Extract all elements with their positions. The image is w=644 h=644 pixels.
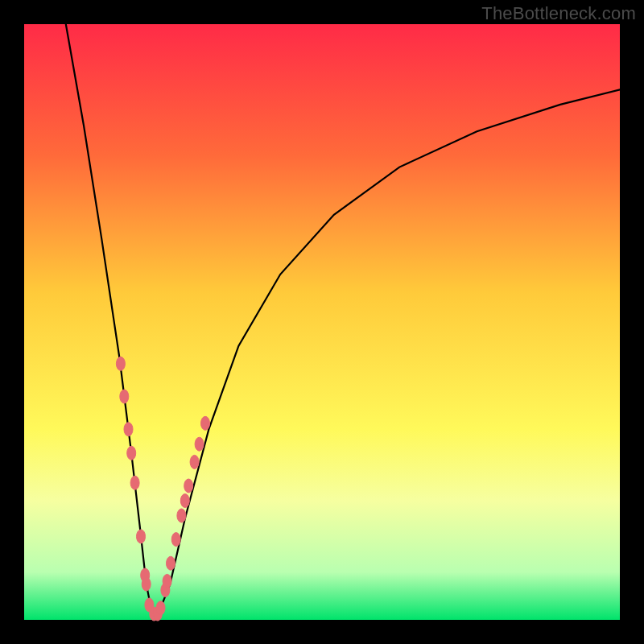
plot-area — [24, 24, 620, 620]
sample-dot — [124, 423, 133, 436]
sample-dot — [120, 390, 129, 403]
sample-dot — [156, 601, 165, 615]
sample-dot — [142, 577, 151, 591]
sample-dot — [195, 437, 204, 451]
sample-dot — [190, 455, 199, 469]
sample-dot — [177, 509, 186, 522]
sample-dot — [137, 530, 146, 543]
sample-dots-group — [116, 357, 209, 621]
outer-frame: TheBottleneck.com — [0, 0, 644, 644]
sample-dot — [184, 479, 193, 493]
sample-dot — [127, 446, 136, 460]
sample-dot — [180, 494, 189, 508]
sample-dot — [201, 416, 210, 430]
sample-dot — [167, 556, 175, 570]
chart-svg — [24, 24, 620, 620]
bottleneck-curve — [66, 24, 620, 614]
sample-dot — [171, 533, 180, 547]
sample-dot — [130, 476, 139, 489]
watermark-text: TheBottleneck.com — [481, 3, 636, 24]
sample-dot — [116, 357, 125, 370]
sample-dot — [163, 574, 171, 588]
